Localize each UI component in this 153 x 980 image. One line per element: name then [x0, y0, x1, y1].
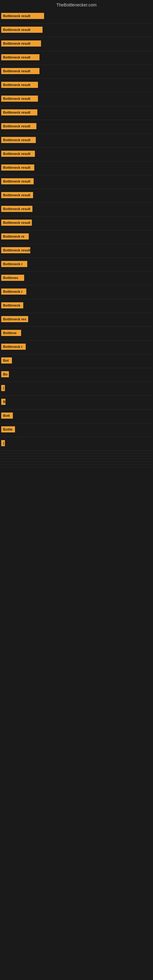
bottleneck-result-bar: Bottle [1, 426, 15, 433]
bottleneck-row: Bottleneck result [0, 92, 153, 106]
bottleneck-result-bar: Bottleneck result [1, 27, 43, 33]
bottleneck-row: Bottleneck re [0, 230, 153, 244]
bottleneck-row: Bottleneck result [0, 10, 153, 24]
bottleneck-result-bar: Bottleneck [1, 302, 23, 309]
bottleneck-row: Bottleneck result [0, 216, 153, 230]
bottleneck-result-bar: Bottleneck r [1, 288, 26, 294]
bottleneck-row: | [0, 437, 153, 451]
bottleneck-row: Bottleneck [0, 299, 153, 313]
bottleneck-result-bar: Bottleneck result [1, 123, 37, 129]
bottleneck-result-bar: Bottleneck result [1, 164, 34, 170]
bottleneck-row: Bottleneck r [0, 340, 153, 354]
site-title: TheBottlenecker.com [0, 0, 153, 10]
bottleneck-row: Bottleneck result [0, 175, 153, 189]
bottleneck-row: Bottleneck result [0, 79, 153, 92]
bottleneck-row: Bottleneck result [0, 189, 153, 203]
bottleneck-row: Bottleneck result [0, 120, 153, 134]
bottleneck-row [0, 465, 153, 467]
bottleneck-row: Bottlenec [0, 272, 153, 285]
bottleneck-result-bar: Bottleneck res [1, 316, 28, 322]
bottleneck-result-bar: Bottleneck result [1, 68, 40, 74]
bottleneck-result-bar: Bottleneck result [1, 82, 38, 88]
bottleneck-row [0, 459, 153, 462]
bottleneck-result-bar: Bottleneck result [1, 247, 30, 253]
bottleneck-result-bar: Bottleneck result [1, 151, 35, 157]
bottleneck-result-bar: Bottleneck result [1, 178, 33, 185]
bottleneck-row: Bottleneck result [0, 106, 153, 120]
bottleneck-result-bar: Bottleneck result [1, 95, 38, 102]
bottleneck-result-bar: Bottleneck result [1, 13, 44, 19]
bottleneck-result-bar: Bottleneck result [1, 220, 32, 226]
bottleneck-result-bar: Bottleneck result [1, 109, 37, 115]
bottleneck-row: Bottleneck r [0, 258, 153, 272]
bottleneck-row: Bottleneck result [0, 65, 153, 79]
bottleneck-row [0, 456, 153, 459]
bottleneck-row: Bo [0, 368, 153, 382]
bars-container: Bottleneck resultBottleneck resultBottle… [0, 10, 153, 467]
bottleneck-result-bar: Bottleneck result [1, 192, 33, 198]
bottleneck-row: Bottleneck result [0, 203, 153, 216]
bottleneck-result-bar: Bottleneck re [1, 233, 29, 240]
bottleneck-row: Bot [0, 354, 153, 368]
bottleneck-row: B [0, 396, 153, 409]
bottleneck-row [0, 462, 153, 465]
bottleneck-result-bar: Bo [1, 371, 9, 377]
bottleneck-row: Bottleneck result [0, 244, 153, 258]
bottleneck-result-bar: Bottlenec [1, 275, 24, 281]
bottleneck-result-bar: Bottlene [1, 330, 21, 336]
bottleneck-result-bar: Bott [1, 412, 13, 418]
bottleneck-row: Bottleneck result [0, 24, 153, 37]
bottleneck-row: Bottleneck r [0, 285, 153, 299]
bottleneck-row: Bott [0, 409, 153, 423]
bottleneck-row: Bottleneck res [0, 313, 153, 327]
bottleneck-result-bar: Bottleneck r [1, 261, 27, 267]
bottleneck-result-bar: Bottleneck result [1, 206, 32, 212]
bottleneck-row: Bottlene [0, 327, 153, 340]
bottleneck-row: | [0, 382, 153, 396]
bottleneck-result-bar: Bottleneck r [1, 344, 26, 350]
bottleneck-row [0, 451, 153, 453]
bottleneck-result-bar: | [1, 440, 5, 446]
bottleneck-result-bar: Bottleneck result [1, 54, 40, 60]
bottleneck-result-bar: | [1, 385, 5, 391]
bottleneck-row: Bottle [0, 423, 153, 437]
bottleneck-result-bar: Bottleneck result [1, 137, 36, 143]
bottleneck-row: Bottleneck result [0, 51, 153, 65]
bottleneck-result-bar: Bottleneck result [1, 40, 41, 46]
bottleneck-result-bar: Bot [1, 357, 12, 364]
bottleneck-row: Bottleneck result [0, 37, 153, 51]
bottleneck-row: Bottleneck result [0, 134, 153, 148]
bottleneck-row [0, 453, 153, 456]
bottleneck-result-bar: B [1, 399, 5, 405]
bottleneck-row: Bottleneck result [0, 161, 153, 175]
bottleneck-row: Bottleneck result [0, 148, 153, 161]
